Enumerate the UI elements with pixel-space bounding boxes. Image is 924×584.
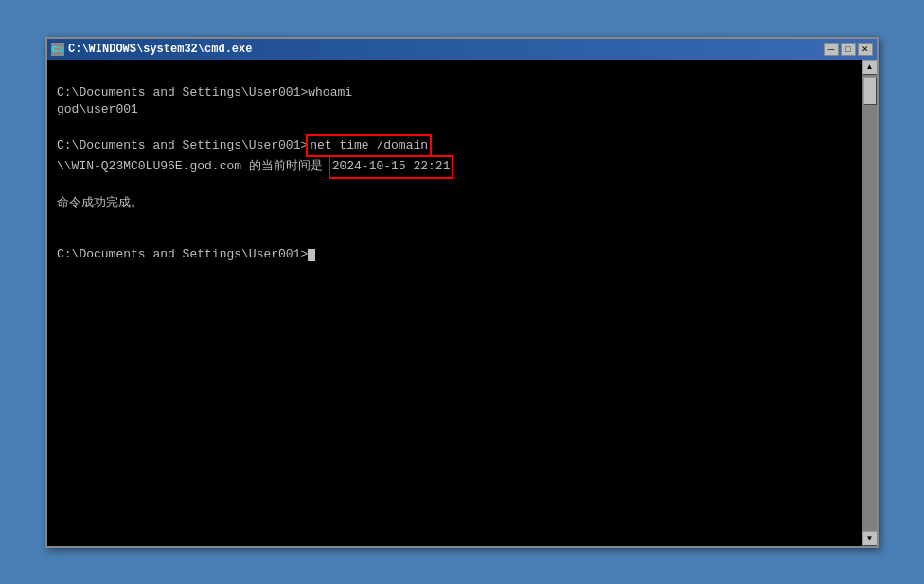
title-bar: C:\ C:\WINDOWS\system32\cmd.exe ─ □ ✕	[47, 39, 877, 60]
window-controls: ─ □ ✕	[824, 43, 873, 56]
highlight-box: net time /domain	[306, 134, 432, 157]
minimize-button[interactable]: ─	[824, 43, 839, 56]
highlight-box-time: 2024-10-15 22:21	[329, 155, 454, 178]
scroll-up-button[interactable]: ▲	[862, 60, 878, 75]
close-button[interactable]: ✕	[858, 43, 873, 56]
terminal-line-blank5	[57, 229, 852, 246]
scroll-track[interactable]	[862, 75, 877, 531]
window-body: C:\Documents and Settings\User001>whoami…	[47, 60, 877, 546]
terminal-line-cmd3-prompt: C:\Documents and Settings\User001>	[57, 246, 852, 263]
terminal-line-blank1	[57, 67, 852, 84]
scroll-thumb[interactable]	[863, 77, 877, 105]
scrollbar[interactable]: ▲ ▼	[862, 60, 877, 546]
terminal-line-cmd1-output: god\user001	[57, 101, 852, 118]
title-bar-left: C:\ C:\WINDOWS\system32\cmd.exe	[51, 43, 252, 56]
cmd-window: C:\ C:\WINDOWS\system32\cmd.exe ─ □ ✕ C:…	[45, 37, 879, 548]
cursor-blink	[308, 249, 315, 261]
terminal-output[interactable]: C:\Documents and Settings\User001>whoami…	[47, 60, 862, 546]
terminal-line-cmd2-prompt: C:\Documents and Settings\User001>net ti…	[57, 135, 852, 156]
scroll-down-button[interactable]: ▼	[862, 531, 878, 546]
terminal-line-cmd2-output: \\WIN-Q23MC0LU96E.god.com 的当前时间是 2024-10…	[57, 156, 852, 177]
terminal-line-blank2	[57, 118, 852, 135]
window-title: C:\WINDOWS\system32\cmd.exe	[68, 43, 252, 56]
terminal-line-blank4	[57, 212, 852, 229]
maximize-button[interactable]: □	[841, 43, 856, 56]
terminal-line-blank3	[57, 178, 852, 195]
cmd-icon: C:\	[51, 43, 64, 56]
terminal-line-cmd1-prompt: C:\Documents and Settings\User001>whoami	[57, 84, 852, 101]
terminal-line-success: 命令成功完成。	[57, 195, 852, 212]
